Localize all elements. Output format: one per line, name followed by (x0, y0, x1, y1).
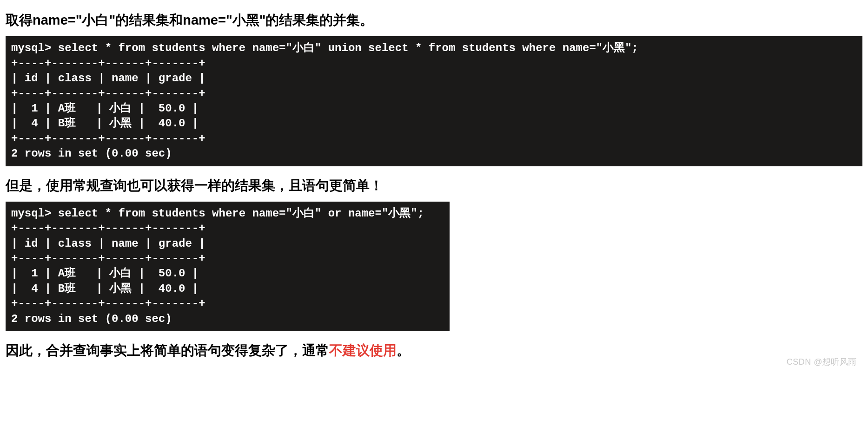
code-block-or: mysql> select * from students where name… (6, 202, 450, 331)
heading-2: 但是，使用常规查询也可以获得一样的结果集，且语句更简单！ (6, 175, 862, 196)
heading-3: 因此，合并查询事实上将简单的语句变得复杂了，通常不建议使用。 (6, 340, 862, 361)
heading-3-pre: 因此，合并查询事实上将简单的语句变得复杂了，通常 (6, 343, 329, 358)
heading-3-highlight: 不建议使用 (329, 343, 397, 358)
watermark-text: CSDN @想听风雨 (787, 356, 857, 367)
heading-3-post: 。 (397, 343, 410, 358)
heading-1: 取得name="小白"的结果集和name="小黑"的结果集的并集。 (6, 9, 862, 31)
code-block-union: mysql> select * from students where name… (6, 36, 862, 166)
